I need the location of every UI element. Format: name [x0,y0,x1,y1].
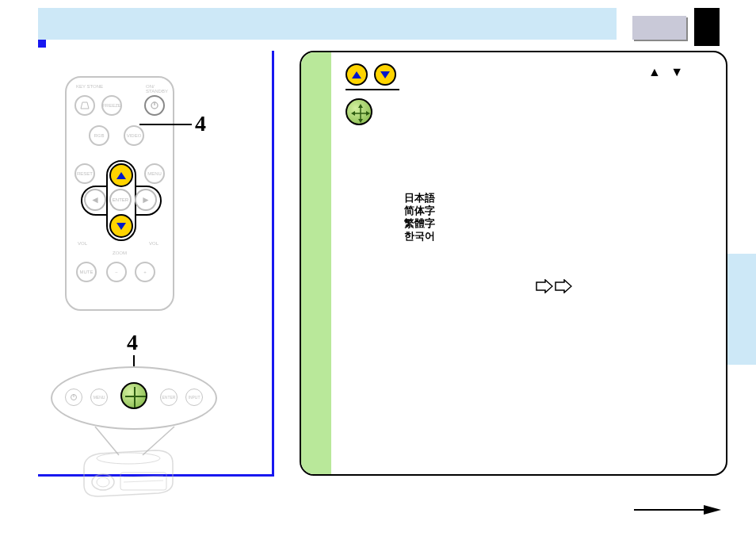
power-icon [70,393,78,401]
power-icon [150,101,159,110]
panel-input-button[interactable]: INPUT [185,389,203,406]
keystone-button[interactable] [74,95,95,116]
continued-arrow [634,504,721,515]
menu-button[interactable]: MENU [144,163,165,184]
onstandby-button[interactable] [144,95,165,116]
header-bar [38,8,617,40]
reset-button[interactable]: RESET [74,163,95,184]
lang-korean[interactable]: 한국어 [404,230,435,243]
onstandby-label: ON/ STANDBY [146,84,173,94]
remote-control: KEY STONE ON/ STANDBY FREEZE RGB VIDEO R… [65,76,174,311]
dpad-down[interactable] [109,214,133,238]
menu-down-button[interactable] [374,63,396,86]
lang-simplified-chinese[interactable]: 简体字 [404,205,435,217]
keystone-label: KEY STONE [76,84,103,89]
page-arrow-icon [536,279,553,293]
zoom-in-button[interactable]: + [135,262,155,282]
svg-point-7 [97,477,109,487]
menu-side-strip [301,52,331,474]
panel-select-button[interactable] [120,382,147,409]
svg-point-11 [97,453,160,464]
keystone-icon [79,101,90,109]
header-page-tab [632,16,686,40]
page-triangles: ▲ ▼ [648,65,686,79]
callout-line-remote [139,124,192,125]
panel-power-button[interactable] [65,389,82,406]
menu-select-button[interactable] [346,98,372,125]
video-button[interactable]: VIDEO [124,125,144,146]
zoom-label: ZOOM [113,251,127,255]
svg-marker-19 [704,505,721,515]
svg-point-6 [92,474,114,490]
panel-enter-button[interactable]: ENTER [160,389,178,406]
zoom-out-button[interactable]: − [106,262,127,282]
language-list: 日本語 简体字 繁體字 한국어 [404,192,435,243]
mute-button[interactable]: MUTE [76,262,97,282]
svg-line-9 [124,476,163,477]
select-cross-icon [349,101,372,125]
menu-screen: ▲ ▼ 日本語 简体字 繁體字 한국어 [300,51,727,476]
freeze-button[interactable]: FREEZE [101,95,122,116]
step-number-4-remote: 4 [195,111,206,136]
side-section-tab [726,254,756,365]
vol-plus-label: VOL [149,241,158,246]
down-arrow-icon [380,71,390,78]
page-arrow-icon [555,279,572,293]
panel-menu-button[interactable]: MENU [90,389,108,406]
dpad-up[interactable] [109,163,133,187]
menu-icons-underline [346,89,399,90]
menu-up-button[interactable] [346,63,368,86]
dpad-right[interactable]: ► [135,189,157,211]
down-arrow-icon [116,223,126,230]
up-arrow-icon [352,71,361,78]
svg-line-10 [124,480,163,482]
projector-illustration [76,444,179,500]
dpad-left[interactable]: ◄ [84,189,106,211]
rgb-button[interactable]: RGB [89,125,109,146]
step-number-4-panel: 4 [127,330,138,355]
dpad-enter[interactable]: ENTER [109,189,132,211]
up-arrow-icon [116,172,126,179]
lang-traditional-chinese[interactable]: 繁體字 [404,217,435,230]
lang-japanese[interactable]: 日本語 [404,192,435,205]
next-icons [536,279,572,293]
column-divider-vertical [272,51,274,476]
vol-minus-label: VOL [78,241,87,246]
header-black-tab [694,8,720,46]
